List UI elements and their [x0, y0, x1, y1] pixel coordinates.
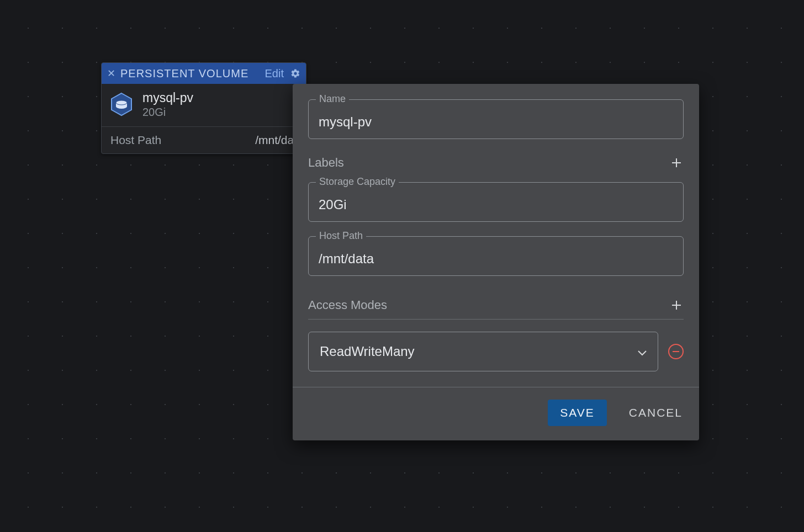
access-mode-value: ReadWriteMany: [320, 344, 415, 359]
edit-link[interactable]: Edit: [265, 67, 284, 80]
save-button[interactable]: SAVE: [548, 400, 606, 426]
labels-heading: Labels: [308, 156, 344, 170]
hostpath-input[interactable]: [308, 236, 684, 276]
chevron-down-icon: [638, 344, 647, 359]
pv-footer-value: /mnt/dat: [255, 134, 297, 147]
gear-icon[interactable]: [290, 68, 300, 78]
name-input[interactable]: [308, 99, 684, 139]
name-field-label: Name: [316, 93, 349, 105]
access-modes-heading: Access Modes: [308, 298, 387, 312]
hostpath-field-wrap: Host Path: [308, 236, 684, 276]
close-icon[interactable]: ✕: [107, 68, 116, 78]
hostpath-field-label: Host Path: [316, 230, 366, 242]
volume-icon: [109, 92, 134, 116]
remove-access-mode-button[interactable]: [668, 344, 684, 359]
pv-name: mysql-pv: [142, 91, 193, 106]
access-mode-select[interactable]: ReadWriteMany: [308, 332, 658, 371]
pv-card-header: ✕ PERSISTENT VOLUME Edit: [102, 63, 306, 84]
storage-field-label: Storage Capacity: [316, 176, 399, 188]
pv-footer-label: Host Path: [110, 134, 161, 147]
pv-card-text: mysql-pv 20Gi: [142, 91, 193, 119]
add-label-button[interactable]: [669, 156, 684, 170]
pv-card-body: mysql-pv 20Gi: [102, 84, 306, 127]
pv-card-footer: Host Path /mnt/dat: [102, 127, 306, 153]
edit-panel-body: Name Labels Storage Capacity Host Path A…: [293, 84, 699, 387]
storage-field-wrap: Storage Capacity: [308, 182, 684, 222]
pv-size: 20Gi: [142, 106, 193, 119]
access-modes-heading-row: Access Modes: [308, 296, 684, 320]
add-access-mode-button[interactable]: [669, 298, 684, 312]
cancel-button[interactable]: CANCEL: [629, 406, 683, 419]
minus-icon: [673, 351, 679, 352]
name-field-wrap: Name: [308, 99, 684, 139]
access-mode-row: ReadWriteMany: [308, 332, 684, 371]
storage-input[interactable]: [308, 182, 684, 222]
pv-card-title: PERSISTENT VOLUME: [120, 67, 261, 80]
labels-heading-row: Labels: [308, 153, 684, 177]
edit-panel: Name Labels Storage Capacity Host Path A…: [293, 84, 699, 440]
pv-node-card: ✕ PERSISTENT VOLUME Edit mysql-pv 20Gi H…: [101, 62, 306, 154]
edit-panel-footer: SAVE CANCEL: [293, 387, 699, 440]
